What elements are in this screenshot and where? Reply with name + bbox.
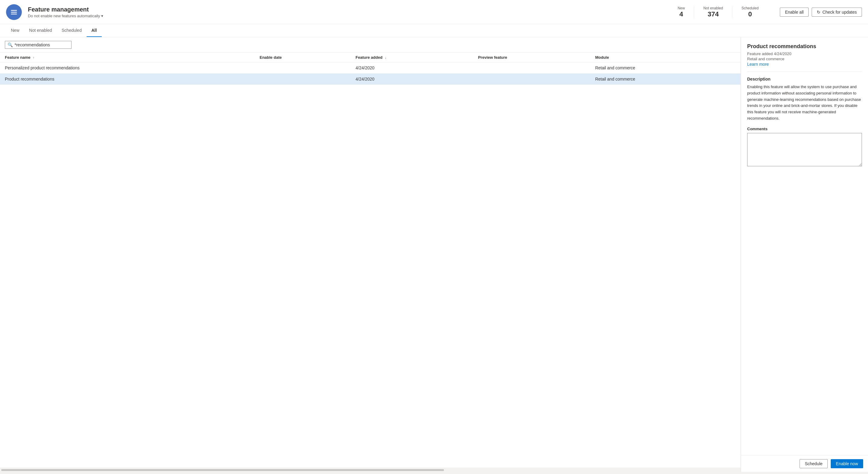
stat-not-enabled: Not enabled 374 — [694, 6, 732, 18]
scrollbar-thumb — [1, 469, 444, 471]
comments-label: Comments — [747, 127, 862, 131]
left-panel: 🔍 Feature name ↑ Enable date — [0, 37, 741, 472]
subtitle-text: Do not enable new features automatically — [28, 13, 100, 18]
sort-desc-icon: ↓ — [385, 56, 387, 59]
table-row[interactable]: Product recommendations4/24/2020Retail a… — [0, 73, 741, 85]
enable-all-button[interactable]: Enable all — [780, 7, 809, 17]
schedule-button[interactable]: Schedule — [800, 459, 828, 468]
tab-all[interactable]: All — [87, 24, 102, 37]
stat-new-label: New — [678, 6, 685, 10]
right-panel-footer: Schedule Enable now — [741, 455, 868, 472]
table-row[interactable]: Personalized product recommendations4/24… — [0, 62, 741, 73]
detail-module: Retail and commerce — [747, 57, 862, 61]
tabs-bar: New Not enabled Scheduled All — [0, 24, 868, 37]
search-input[interactable] — [14, 42, 69, 47]
col-preview-feature[interactable]: Preview feature — [473, 53, 590, 62]
tab-scheduled[interactable]: Scheduled — [57, 24, 87, 37]
stat-new: New 4 — [669, 6, 694, 18]
col-feature-added[interactable]: Feature added ↓ — [351, 53, 473, 62]
right-panel: Product recommendations Feature added 4/… — [741, 37, 868, 472]
stat-not-enabled-value: 374 — [708, 10, 719, 18]
horizontal-scrollbar[interactable] — [0, 468, 741, 472]
chevron-down-icon: ▾ — [101, 13, 103, 18]
divider — [747, 71, 862, 72]
svg-rect-2 — [11, 13, 17, 14]
feature-table: Feature name ↑ Enable date Feature added… — [0, 53, 741, 468]
stat-scheduled: Scheduled 0 — [732, 6, 768, 18]
col-feature-name[interactable]: Feature name ↑ — [0, 53, 255, 62]
learn-more-link[interactable]: Learn more — [747, 62, 769, 67]
title-block: Feature management Do not enable new fea… — [28, 6, 103, 18]
enable-now-button[interactable]: Enable now — [831, 459, 863, 468]
main-layout: 🔍 Feature name ↑ Enable date — [0, 37, 868, 472]
comments-textarea[interactable] — [747, 133, 862, 166]
svg-rect-1 — [11, 12, 17, 13]
tab-new[interactable]: New — [6, 24, 24, 37]
stat-new-value: 4 — [679, 10, 683, 18]
col-module[interactable]: Module — [590, 53, 741, 62]
stats-block: New 4 Not enabled 374 Scheduled 0 — [669, 6, 768, 18]
check-for-updates-label: Check for updates — [822, 10, 857, 14]
stat-scheduled-value: 0 — [748, 10, 752, 18]
stat-scheduled-label: Scheduled — [741, 6, 759, 10]
page-title: Feature management — [28, 6, 103, 13]
tab-not-enabled[interactable]: Not enabled — [24, 24, 57, 37]
features-grid: Feature name ↑ Enable date Feature added… — [0, 53, 741, 85]
col-enable-date[interactable]: Enable date — [255, 53, 351, 62]
stat-not-enabled-label: Not enabled — [703, 6, 723, 10]
header-buttons: Enable all ↻ Check for updates — [780, 7, 862, 17]
detail-title: Product recommendations — [747, 43, 862, 50]
refresh-icon: ↻ — [817, 10, 820, 14]
subtitle-dropdown[interactable]: Do not enable new features automatically… — [28, 13, 103, 18]
search-bar: 🔍 — [0, 37, 741, 53]
detail-description: Enabling this feature will allow the sys… — [747, 84, 862, 122]
detail-feature-added: Feature added 4/24/2020 — [747, 52, 862, 56]
check-for-updates-button[interactable]: ↻ Check for updates — [812, 7, 862, 17]
description-section-title: Description — [747, 76, 862, 82]
svg-rect-0 — [11, 10, 17, 11]
search-input-wrap: 🔍 — [5, 41, 71, 49]
sort-asc-icon: ↑ — [33, 56, 34, 59]
app-icon — [6, 4, 22, 20]
search-icon: 🔍 — [7, 42, 13, 47]
right-panel-content: Product recommendations Feature added 4/… — [741, 37, 868, 455]
page-header: Feature management Do not enable new fea… — [0, 0, 868, 24]
table-header-row: Feature name ↑ Enable date Feature added… — [0, 53, 741, 62]
